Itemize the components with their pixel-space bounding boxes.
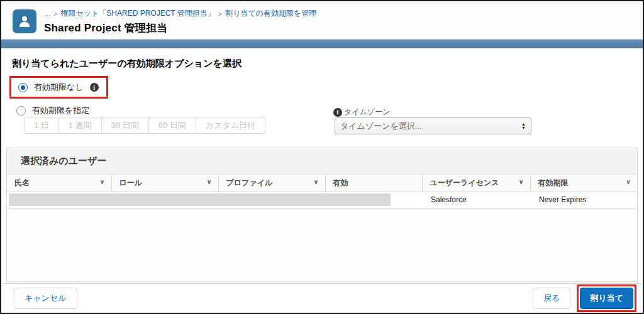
column-header-active: 有効 xyxy=(325,175,422,192)
select-stepper-icon: ▲ ▼ xyxy=(521,122,526,130)
breadcrumb-separator: > xyxy=(53,10,57,18)
chevron-down-icon[interactable]: ∨ xyxy=(313,178,318,185)
timezone-label: タイムゾーン xyxy=(344,107,390,117)
timezone-select[interactable]: タイムゾーンを選択... ▲ ▼ xyxy=(335,117,531,134)
table-header-row: 氏名 ∨ ロール ∨ プロファイル ∨ 有効 ユーザーラ xyxy=(7,175,637,192)
redaction-overlay xyxy=(9,193,391,206)
breadcrumb-link-more[interactable]: ... xyxy=(44,9,50,18)
info-icon[interactable]: i xyxy=(333,108,342,117)
column-header-label: 有効期限 xyxy=(538,178,569,187)
duration-custom-date-button[interactable]: カスタム日付 xyxy=(196,117,265,134)
selected-users-card: 選択済みのユーザー 氏名 ∨ ロール ∨ プロファイル xyxy=(6,148,638,282)
radio-specify-expiration-label: 有効期限を指定 xyxy=(32,105,89,116)
column-header-label: 有効 xyxy=(333,178,348,187)
breadcrumb-link-permission-set[interactable]: 権限セット「SHARED PROJECT 管理担当」 xyxy=(60,8,214,19)
column-header-license[interactable]: ユーザーライセンス ∨ xyxy=(422,175,530,192)
assign-button[interactable]: 割り当て xyxy=(580,288,633,309)
selected-users-table: 氏名 ∨ ロール ∨ プロファイル ∨ 有効 ユーザーラ xyxy=(7,175,637,208)
header-decorative-band xyxy=(1,39,643,48)
stepper-down-icon: ▼ xyxy=(521,126,526,130)
radio-no-expiration-label: 有効期限なし xyxy=(34,82,84,93)
expiration-options-heading: 割り当てられたユーザーの有効期限オプションを選択 xyxy=(12,58,242,70)
chevron-down-icon[interactable]: ∨ xyxy=(99,178,104,185)
column-header-role[interactable]: ロール ∨ xyxy=(111,175,218,192)
duration-60-days-button[interactable]: 60 日間 xyxy=(149,117,196,134)
column-header-name[interactable]: 氏名 ∨ xyxy=(7,175,111,192)
column-header-expiration[interactable]: 有効期限 ∨ xyxy=(530,175,637,192)
duration-30-days-button[interactable]: 30 日間 xyxy=(102,117,149,134)
selected-users-title: 選択済みのユーザー xyxy=(21,155,106,167)
assign-button-annotation-box: 割り当て xyxy=(577,284,636,312)
info-icon[interactable]: i xyxy=(90,83,99,92)
option-specify-expiration[interactable]: 有効期限を指定 xyxy=(16,105,89,116)
chevron-down-icon[interactable]: ∨ xyxy=(206,178,211,185)
column-header-label: プロファイル xyxy=(226,178,273,187)
column-header-label: ユーザーライセンス xyxy=(430,178,499,187)
permission-set-user-icon xyxy=(13,9,36,33)
user-icon xyxy=(17,14,32,29)
column-header-profile[interactable]: プロファイル ∨ xyxy=(218,175,325,192)
footer-action-bar: キャンセル 戻る 割り当て xyxy=(1,283,643,313)
selected-users-titlebar: 選択済みのユーザー xyxy=(7,148,637,175)
timezone-label-row: i タイムゾーン xyxy=(333,107,390,117)
header-text: ... > 権限セット「SHARED PROJECT 管理担当」 > 割り当ての… xyxy=(44,8,316,35)
page-title: Shared Project 管理担当 xyxy=(44,21,316,35)
column-header-label: 氏名 xyxy=(14,178,30,187)
back-button[interactable]: 戻る xyxy=(533,288,570,309)
timezone-select-value: タイムゾーンを選択... xyxy=(340,121,521,132)
option-no-expiration-annotated[interactable]: 有効期限なし i xyxy=(9,76,108,99)
duration-1-week-button[interactable]: 1 週間 xyxy=(59,117,102,134)
cell-license: Salesforce xyxy=(422,192,530,208)
chevron-down-icon[interactable]: ∨ xyxy=(518,178,523,185)
chevron-down-icon[interactable]: ∨ xyxy=(626,178,631,185)
breadcrumb-separator: > xyxy=(218,10,222,18)
duration-button-group: 1 日 1 週間 30 日間 60 日間 カスタム日付 xyxy=(24,117,265,134)
breadcrumb: ... > 権限セット「SHARED PROJECT 管理担当」 > 割り当ての… xyxy=(44,8,316,19)
radio-specify-expiration[interactable] xyxy=(16,106,26,116)
column-header-label: ロール xyxy=(119,178,143,187)
breadcrumb-link-manage-expiration[interactable]: 割り当ての有効期限を管理 xyxy=(225,8,316,19)
radio-no-expiration[interactable] xyxy=(18,83,28,92)
page-header: ... > 権限セット「SHARED PROJECT 管理担当」 > 割り当ての… xyxy=(1,1,643,39)
duration-1-day-button[interactable]: 1 日 xyxy=(24,117,59,134)
table-row: Salesforce Never Expires xyxy=(7,192,637,208)
cell-name-redacted xyxy=(7,192,111,208)
cell-expiration: Never Expires xyxy=(530,192,637,208)
cancel-button[interactable]: キャンセル xyxy=(14,288,77,309)
app-window: ... > 権限セット「SHARED PROJECT 管理担当」 > 割り当ての… xyxy=(0,0,644,314)
